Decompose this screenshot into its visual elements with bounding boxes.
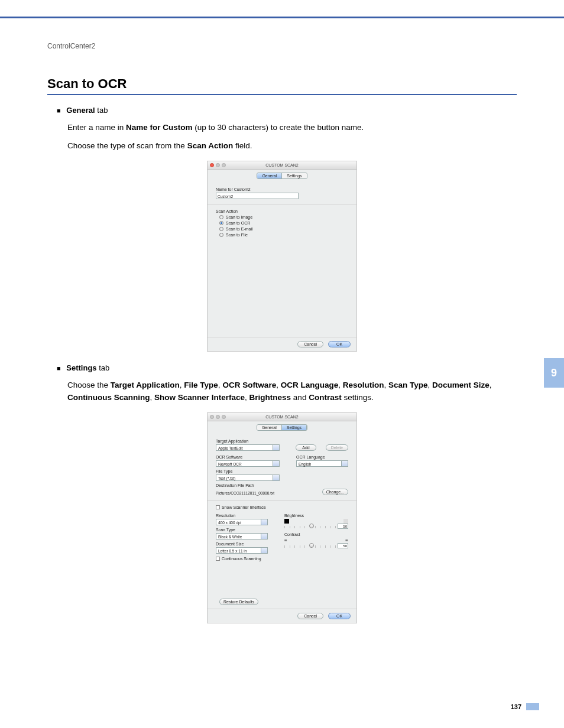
contrast-value[interactable]: 50 [338, 543, 348, 548]
document-size-label: Document Size [216, 542, 270, 546]
radio-scan-to-image[interactable]: Scan to Image [219, 215, 348, 219]
minimize-icon[interactable] [216, 163, 220, 167]
dialog-title: CUSTOM SCAN2 [265, 163, 299, 167]
target-application-label: Target Application [216, 439, 348, 443]
ocr-software-select[interactable]: Newsoft OCR▴▾ [216, 460, 280, 467]
ocr-software-label: OCR Software [216, 455, 280, 459]
cancel-button[interactable]: Cancel [297, 341, 323, 347]
window-controls[interactable] [210, 415, 226, 419]
show-scanner-checkbox[interactable]: Show Scanner Interface [216, 505, 348, 509]
contrast-label: Contrast [284, 532, 348, 537]
dialog-titlebar: CUSTOM SCAN2 [208, 161, 356, 170]
file-type-select[interactable]: Text (*.txt)▴▾ [216, 474, 280, 481]
tab-bar: General Settings [208, 421, 356, 434]
bullet-settings: ■ Settings tab [57, 363, 517, 372]
tab-general[interactable]: General [257, 425, 282, 430]
destination-path-label: Destination File Path [216, 483, 348, 488]
continuous-scanning-checkbox[interactable]: Continuous Scanning [216, 557, 270, 561]
tab-general[interactable]: General [257, 173, 282, 178]
scan-type-label: Scan Type [216, 528, 270, 532]
tab-settings[interactable]: Settings [282, 425, 307, 430]
radio-scan-to-ocr[interactable]: Scan to OCR [219, 221, 348, 225]
dialog-titlebar: CUSTOM SCAN2 [208, 413, 356, 421]
target-application-select[interactable]: Apple TextEdit▴▾ [216, 444, 280, 451]
zoom-icon[interactable] [222, 163, 226, 167]
dialog-general: CUSTOM SCAN2 General Settings Name for C… [207, 161, 357, 352]
file-type-label: File Type [216, 469, 348, 473]
page-title: Scan to OCR [47, 76, 517, 95]
brightness-value[interactable]: 50 [338, 524, 348, 529]
delete-button[interactable]: Delete [326, 444, 348, 451]
ok-button[interactable]: OK [328, 613, 351, 619]
radio-scan-to-email[interactable]: Scan to E-mail [219, 227, 348, 231]
contrast-slider[interactable] [284, 544, 336, 547]
close-icon[interactable] [210, 163, 214, 167]
cancel-button[interactable]: Cancel [297, 613, 323, 619]
change-button[interactable]: Change... [322, 489, 348, 495]
name-for-custom-input[interactable]: Custom2 [216, 193, 299, 199]
body-line-2: Choose the type of scan from the Scan Ac… [67, 140, 517, 152]
name-for-custom-label: Name for Custom2 [216, 187, 348, 191]
breadcrumb: ControlCenter2 [47, 42, 517, 50]
resolution-select[interactable]: 400 x 400 dpi▴▾ [216, 519, 268, 525]
resolution-label: Resolution [216, 514, 270, 518]
window-controls[interactable] [210, 163, 226, 167]
restore-defaults-button[interactable]: Restore Defaults [219, 599, 258, 605]
ok-button[interactable]: OK [328, 341, 351, 347]
chapter-tab: 9 [544, 358, 564, 388]
square-bullet-icon: ■ [57, 365, 61, 372]
ocr-language-label: OCR Language [296, 455, 348, 459]
dialog-settings: CUSTOM SCAN2 General Settings Target App… [207, 412, 357, 623]
document-size-select[interactable]: Letter 8.5 x 11 in▴▾ [216, 547, 268, 554]
page-number: 137 [511, 703, 521, 710]
tab-settings[interactable]: Settings [282, 173, 306, 178]
scan-action-label: Scan Action [216, 209, 348, 213]
brightness-dark-icon [284, 519, 289, 524]
zoom-icon[interactable] [222, 415, 226, 419]
brightness-slider[interactable] [284, 524, 336, 528]
brightness-light-icon [343, 519, 348, 524]
page-number-bar [526, 703, 539, 710]
bullet-general: ■ General tab [57, 106, 517, 115]
ocr-language-select[interactable]: English▴▾ [296, 460, 348, 467]
contrast-high-icon: ≡ [345, 538, 348, 543]
body-settings-desc: Choose the Target Application, File Type… [67, 379, 517, 404]
scan-type-select[interactable]: Black & White▴▾ [216, 533, 268, 540]
destination-path-value: Pictures/CCO21112011_00000.txt [216, 491, 274, 495]
radio-scan-to-file[interactable]: Scan to File [219, 233, 348, 237]
contrast-low-icon: ≡ [284, 538, 287, 543]
add-button[interactable]: Add [296, 444, 316, 451]
tab-bar: General Settings [208, 170, 356, 183]
dialog-title: CUSTOM SCAN2 [265, 415, 299, 419]
brightness-label: Brightness [284, 514, 348, 518]
body-line-1: Enter a name in Name for Custom (up to 3… [67, 122, 517, 134]
minimize-icon[interactable] [216, 415, 220, 419]
square-bullet-icon: ■ [57, 107, 61, 114]
close-icon[interactable] [210, 415, 214, 419]
